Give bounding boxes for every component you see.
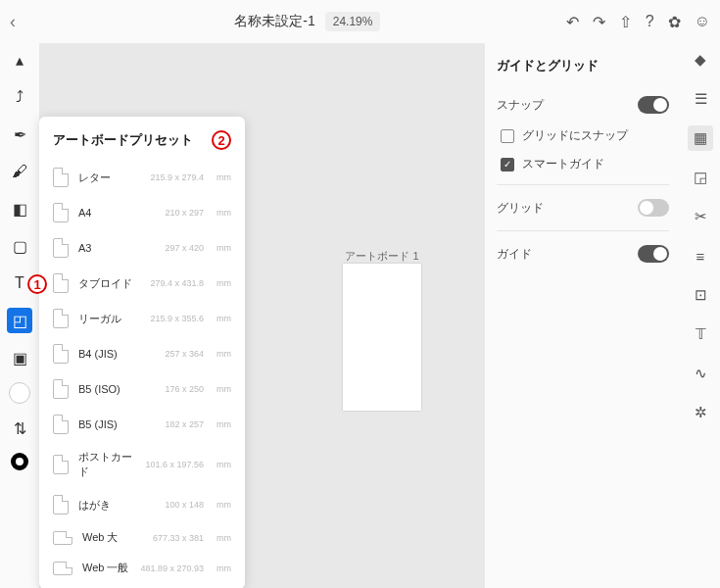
- scissors-icon[interactable]: ✂: [688, 204, 713, 229]
- preset-name: ポストカード: [78, 450, 135, 479]
- preset-name: Web 一般: [82, 561, 130, 575]
- eraser-tool-icon[interactable]: ◧: [7, 196, 32, 221]
- preset-item[interactable]: B5 (JIS)182 x 257mm: [39, 407, 245, 442]
- snap-toggle[interactable]: [638, 96, 669, 114]
- preset-name: Web 大: [82, 530, 143, 545]
- page-icon: [53, 168, 69, 187]
- preset-unit: mm: [216, 314, 231, 323]
- preset-item[interactable]: タブロイド279.4 x 431.8mm: [39, 266, 245, 301]
- annotation-1: 1: [27, 274, 47, 294]
- settings-icon[interactable]: ✿: [668, 13, 681, 31]
- page-icon: [53, 495, 69, 514]
- preset-unit: mm: [216, 384, 231, 394]
- page-icon: [53, 238, 69, 258]
- page-icon: [53, 203, 69, 222]
- grid-snap-checkbox[interactable]: [501, 129, 514, 143]
- type-icon[interactable]: 𝕋: [688, 321, 713, 347]
- preset-size: 297 x 420: [165, 243, 204, 253]
- artboard-tool-icon[interactable]: ◰: [7, 308, 32, 333]
- preset-unit: mm: [216, 500, 231, 510]
- preset-unit: mm: [216, 419, 231, 429]
- preset-size: 101.6 x 197.56: [145, 460, 204, 469]
- redo-icon[interactable]: ↷: [593, 13, 605, 31]
- artboard-preset-panel: アートボードプリセット 2 レター215.9 x 279.4mmA4210 x …: [39, 117, 245, 588]
- preset-name: B5 (ISO): [78, 383, 155, 395]
- guide-label: ガイド: [497, 246, 532, 263]
- preset-item[interactable]: A4210 x 297mm: [39, 195, 245, 230]
- annotation-2: 2: [212, 130, 231, 150]
- grid-label: グリッド: [497, 200, 544, 217]
- preset-size: 176 x 250: [165, 384, 204, 394]
- fill-color-icon[interactable]: [9, 382, 30, 404]
- preset-unit: mm: [216, 278, 231, 288]
- snap-label: スナップ: [497, 97, 544, 114]
- preset-item[interactable]: はがき100 x 148mm: [39, 487, 245, 522]
- preset-item[interactable]: A3297 x 420mm: [39, 230, 245, 266]
- distribute-icon[interactable]: ⊡: [688, 282, 713, 308]
- right-toolbar: ◆ ☰ ▦ ◲ ✂ ≡ ⊡ 𝕋 ∿ ✲: [681, 43, 720, 588]
- direct-select-tool-icon[interactable]: ⤴: [7, 84, 32, 110]
- path-icon[interactable]: ∿: [688, 361, 713, 386]
- preset-item[interactable]: ポストカード101.6 x 197.56mm: [39, 442, 245, 487]
- shape-tool-icon[interactable]: ▢: [7, 233, 32, 259]
- guides-grid-panel: ガイドとグリッド スナップ グリッドにスナップ ✓ スマートガイド グリッド ガ…: [485, 43, 681, 588]
- preset-name: A3: [78, 242, 155, 254]
- align-icon[interactable]: ≡: [688, 243, 713, 269]
- preset-unit: mm: [216, 243, 231, 253]
- zoom-level[interactable]: 24.19%: [325, 12, 381, 31]
- preset-size: 279.4 x 431.8: [150, 278, 204, 288]
- preset-size: 215.9 x 279.4: [150, 172, 204, 182]
- transform-icon[interactable]: ◲: [688, 165, 713, 190]
- smart-guide-checkbox[interactable]: ✓: [501, 158, 514, 172]
- preset-name: タブロイド: [78, 276, 140, 291]
- preset-unit: mm: [216, 172, 231, 182]
- preset-panel-title: アートボードプリセット: [53, 131, 193, 149]
- preset-name: B5 (JIS): [78, 418, 155, 430]
- swap-colors-icon[interactable]: ⇅: [7, 416, 32, 441]
- properties-icon[interactable]: ☰: [688, 86, 713, 112]
- preset-size: 182 x 257: [165, 419, 204, 429]
- page-icon: [53, 344, 69, 364]
- preset-size: 257 x 364: [165, 349, 204, 359]
- preset-item[interactable]: リーガル215.9 x 355.6mm: [39, 301, 245, 336]
- grid-snap-label: グリッドにスナップ: [522, 127, 628, 144]
- guides-icon[interactable]: ▦: [688, 125, 713, 151]
- document-title: 名称未設定-1: [234, 13, 314, 30]
- preset-unit: mm: [216, 533, 231, 543]
- preset-item[interactable]: B4 (JIS)257 x 364mm: [39, 336, 245, 371]
- preset-name: レター: [78, 171, 140, 185]
- select-tool-icon[interactable]: ▴: [7, 47, 32, 73]
- undo-icon[interactable]: ↶: [566, 13, 579, 31]
- effects-icon[interactable]: ✲: [688, 400, 713, 425]
- grid-toggle[interactable]: [638, 199, 669, 217]
- page-icon: [53, 415, 69, 434]
- preset-size: 210 x 297: [165, 208, 204, 218]
- preset-size: 100 x 148: [165, 500, 204, 510]
- help-icon[interactable]: ?: [646, 13, 654, 30]
- back-icon[interactable]: ‹: [10, 12, 16, 31]
- page-icon: [53, 531, 72, 545]
- preset-item[interactable]: Web 一般481.89 x 270.93mm: [39, 553, 245, 583]
- page-icon: [53, 273, 69, 293]
- artboard-label: アートボード 1: [345, 249, 418, 264]
- pen-tool-icon[interactable]: ✒: [7, 122, 32, 147]
- guide-toggle[interactable]: [638, 245, 669, 263]
- preset-item[interactable]: レター215.9 x 279.4mm: [39, 160, 245, 195]
- layers-icon[interactable]: ◆: [688, 47, 713, 73]
- preset-name: リーガル: [78, 312, 140, 326]
- preset-unit: mm: [216, 460, 231, 469]
- preset-unit: mm: [216, 349, 231, 359]
- preset-item[interactable]: Web 大677.33 x 381mm: [39, 522, 245, 553]
- preset-size: 677.33 x 381: [153, 533, 204, 543]
- artboard[interactable]: [343, 264, 421, 411]
- brush-tool-icon[interactable]: 🖌: [7, 159, 32, 184]
- share-icon[interactable]: ⇧: [619, 13, 632, 31]
- app-icon[interactable]: ☺: [695, 13, 710, 30]
- preset-unit: mm: [216, 564, 231, 573]
- preset-item[interactable]: B5 (ISO)176 x 250mm: [39, 371, 245, 407]
- preset-name: はがき: [78, 498, 155, 513]
- page-icon: [53, 562, 72, 575]
- preset-name: B4 (JIS): [78, 348, 155, 360]
- image-tool-icon[interactable]: ▣: [7, 345, 32, 370]
- stroke-color-icon[interactable]: [11, 453, 28, 470]
